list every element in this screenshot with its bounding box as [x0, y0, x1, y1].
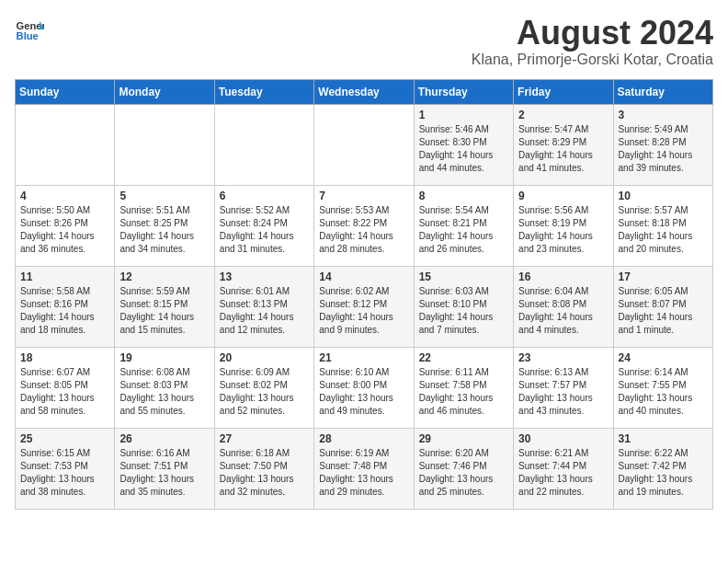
- calendar-cell: 3Sunrise: 5:49 AM Sunset: 8:28 PM Daylig…: [613, 104, 712, 185]
- week-row-5: 25Sunrise: 6:15 AM Sunset: 7:53 PM Dayli…: [16, 428, 713, 509]
- day-detail: Sunrise: 6:14 AM Sunset: 7:55 PM Dayligh…: [619, 366, 708, 418]
- day-number: 27: [220, 432, 309, 445]
- calendar-cell: [214, 104, 313, 185]
- day-header-monday: Monday: [115, 79, 214, 104]
- week-row-2: 4Sunrise: 5:50 AM Sunset: 8:26 PM Daylig…: [16, 185, 713, 266]
- day-detail: Sunrise: 5:54 AM Sunset: 8:21 PM Dayligh…: [419, 204, 508, 256]
- day-number: 7: [319, 190, 408, 202]
- day-detail: Sunrise: 5:56 AM Sunset: 8:19 PM Dayligh…: [518, 204, 608, 256]
- day-detail: Sunrise: 6:15 AM Sunset: 7:53 PM Dayligh…: [20, 447, 109, 499]
- day-detail: Sunrise: 5:49 AM Sunset: 8:28 PM Dayligh…: [619, 123, 708, 175]
- day-number: 20: [220, 351, 309, 364]
- week-row-1: 1Sunrise: 5:46 AM Sunset: 8:30 PM Daylig…: [16, 104, 713, 185]
- day-number: 17: [619, 270, 708, 283]
- day-number: 3: [619, 109, 708, 121]
- day-detail: Sunrise: 5:53 AM Sunset: 8:22 PM Dayligh…: [319, 204, 408, 256]
- calendar-cell: 7Sunrise: 5:53 AM Sunset: 8:22 PM Daylig…: [314, 185, 414, 266]
- day-detail: Sunrise: 6:04 AM Sunset: 8:08 PM Dayligh…: [518, 285, 608, 337]
- day-number: 25: [20, 432, 109, 445]
- day-number: 4: [20, 190, 109, 202]
- day-number: 14: [319, 270, 408, 283]
- week-row-3: 11Sunrise: 5:58 AM Sunset: 8:16 PM Dayli…: [16, 266, 713, 347]
- calendar-cell: 27Sunrise: 6:18 AM Sunset: 7:50 PM Dayli…: [214, 428, 313, 509]
- calendar-cell: 15Sunrise: 6:03 AM Sunset: 8:10 PM Dayli…: [414, 266, 513, 347]
- day-detail: Sunrise: 5:51 AM Sunset: 8:25 PM Dayligh…: [119, 204, 209, 256]
- day-header-tuesday: Tuesday: [214, 79, 313, 104]
- day-detail: Sunrise: 6:07 AM Sunset: 8:05 PM Dayligh…: [20, 366, 109, 418]
- day-number: 23: [518, 351, 608, 364]
- day-number: 11: [20, 270, 109, 283]
- calendar-cell: 23Sunrise: 6:13 AM Sunset: 7:57 PM Dayli…: [514, 347, 613, 428]
- calendar-cell: 21Sunrise: 6:10 AM Sunset: 8:00 PM Dayli…: [314, 347, 414, 428]
- calendar-cell: [115, 104, 214, 185]
- calendar-cell: 13Sunrise: 6:01 AM Sunset: 8:13 PM Dayli…: [214, 266, 313, 347]
- day-number: 22: [419, 351, 508, 364]
- day-number: 13: [220, 270, 309, 283]
- day-number: 1: [419, 109, 508, 121]
- day-detail: Sunrise: 5:57 AM Sunset: 8:18 PM Dayligh…: [619, 204, 708, 256]
- calendar-cell: 17Sunrise: 6:05 AM Sunset: 8:07 PM Dayli…: [613, 266, 712, 347]
- day-detail: Sunrise: 6:18 AM Sunset: 7:50 PM Dayligh…: [220, 447, 309, 499]
- day-number: 19: [119, 351, 209, 364]
- calendar-cell: 24Sunrise: 6:14 AM Sunset: 7:55 PM Dayli…: [613, 347, 712, 428]
- calendar-cell: 6Sunrise: 5:52 AM Sunset: 8:24 PM Daylig…: [214, 185, 313, 266]
- day-number: 21: [319, 351, 408, 364]
- day-header-wednesday: Wednesday: [314, 79, 414, 104]
- day-detail: Sunrise: 5:59 AM Sunset: 8:15 PM Dayligh…: [119, 285, 209, 337]
- calendar-cell: 8Sunrise: 5:54 AM Sunset: 8:21 PM Daylig…: [414, 185, 513, 266]
- day-detail: Sunrise: 6:16 AM Sunset: 7:51 PM Dayligh…: [119, 447, 209, 499]
- header: General Blue August 2024 Klana, Primorje…: [15, 15, 713, 68]
- calendar-cell: 28Sunrise: 6:19 AM Sunset: 7:48 PM Dayli…: [314, 428, 414, 509]
- day-detail: Sunrise: 6:03 AM Sunset: 8:10 PM Dayligh…: [419, 285, 508, 337]
- day-number: 5: [119, 190, 209, 202]
- location-subtitle: Klana, Primorje-Gorski Kotar, Croatia: [472, 52, 713, 68]
- calendar-cell: 2Sunrise: 5:47 AM Sunset: 8:29 PM Daylig…: [514, 104, 613, 185]
- month-title: August 2024: [472, 15, 713, 52]
- calendar-cell: 10Sunrise: 5:57 AM Sunset: 8:18 PM Dayli…: [613, 185, 712, 266]
- title-area: August 2024 Klana, Primorje-Gorski Kotar…: [472, 15, 713, 68]
- day-number: 16: [518, 270, 608, 283]
- calendar-cell: [314, 104, 414, 185]
- calendar-cell: 26Sunrise: 6:16 AM Sunset: 7:51 PM Dayli…: [115, 428, 214, 509]
- day-detail: Sunrise: 6:22 AM Sunset: 7:42 PM Dayligh…: [619, 447, 708, 499]
- day-number: 10: [619, 190, 708, 202]
- calendar-cell: 25Sunrise: 6:15 AM Sunset: 7:53 PM Dayli…: [16, 428, 115, 509]
- calendar-cell: 31Sunrise: 6:22 AM Sunset: 7:42 PM Dayli…: [613, 428, 712, 509]
- day-number: 29: [419, 432, 508, 445]
- day-number: 24: [619, 351, 708, 364]
- day-detail: Sunrise: 6:09 AM Sunset: 8:02 PM Dayligh…: [220, 366, 309, 418]
- day-detail: Sunrise: 5:46 AM Sunset: 8:30 PM Dayligh…: [419, 123, 508, 175]
- calendar-cell: 29Sunrise: 6:20 AM Sunset: 7:46 PM Dayli…: [414, 428, 513, 509]
- day-number: 12: [119, 270, 209, 283]
- calendar-cell: 22Sunrise: 6:11 AM Sunset: 7:58 PM Dayli…: [414, 347, 513, 428]
- day-detail: Sunrise: 6:11 AM Sunset: 7:58 PM Dayligh…: [419, 366, 508, 418]
- calendar-table: SundayMondayTuesdayWednesdayThursdayFrid…: [15, 79, 713, 510]
- calendar-cell: 11Sunrise: 5:58 AM Sunset: 8:16 PM Dayli…: [16, 266, 115, 347]
- day-detail: Sunrise: 6:21 AM Sunset: 7:44 PM Dayligh…: [518, 447, 608, 499]
- day-detail: Sunrise: 5:47 AM Sunset: 8:29 PM Dayligh…: [518, 123, 608, 175]
- day-number: 28: [319, 432, 408, 445]
- calendar-cell: 9Sunrise: 5:56 AM Sunset: 8:19 PM Daylig…: [514, 185, 613, 266]
- day-number: 30: [518, 432, 608, 445]
- calendar-cell: 14Sunrise: 6:02 AM Sunset: 8:12 PM Dayli…: [314, 266, 414, 347]
- day-detail: Sunrise: 6:08 AM Sunset: 8:03 PM Dayligh…: [119, 366, 209, 418]
- calendar-cell: 30Sunrise: 6:21 AM Sunset: 7:44 PM Dayli…: [514, 428, 613, 509]
- day-number: 6: [220, 190, 309, 202]
- day-detail: Sunrise: 5:50 AM Sunset: 8:26 PM Dayligh…: [20, 204, 109, 256]
- days-header-row: SundayMondayTuesdayWednesdayThursdayFrid…: [16, 79, 713, 104]
- calendar-cell: [16, 104, 115, 185]
- calendar-cell: 18Sunrise: 6:07 AM Sunset: 8:05 PM Dayli…: [16, 347, 115, 428]
- day-detail: Sunrise: 6:19 AM Sunset: 7:48 PM Dayligh…: [319, 447, 408, 499]
- calendar-cell: 5Sunrise: 5:51 AM Sunset: 8:25 PM Daylig…: [115, 185, 214, 266]
- day-detail: Sunrise: 6:20 AM Sunset: 7:46 PM Dayligh…: [419, 447, 508, 499]
- calendar-cell: 19Sunrise: 6:08 AM Sunset: 8:03 PM Dayli…: [115, 347, 214, 428]
- day-number: 18: [20, 351, 109, 364]
- day-header-thursday: Thursday: [414, 79, 513, 104]
- calendar-cell: 1Sunrise: 5:46 AM Sunset: 8:30 PM Daylig…: [414, 104, 513, 185]
- day-detail: Sunrise: 5:58 AM Sunset: 8:16 PM Dayligh…: [20, 285, 109, 337]
- day-number: 9: [518, 190, 608, 202]
- day-number: 15: [419, 270, 508, 283]
- week-row-4: 18Sunrise: 6:07 AM Sunset: 8:05 PM Dayli…: [16, 347, 713, 428]
- calendar-cell: 16Sunrise: 6:04 AM Sunset: 8:08 PM Dayli…: [514, 266, 613, 347]
- day-number: 8: [419, 190, 508, 202]
